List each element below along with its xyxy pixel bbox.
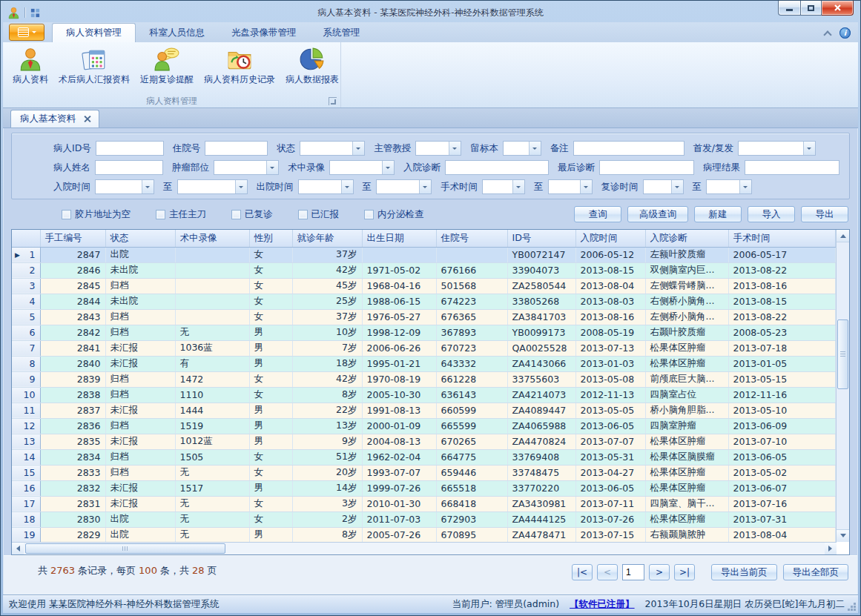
row-selector[interactable]: 9 xyxy=(12,371,40,387)
horizontal-scroll-track[interactable] xyxy=(24,543,825,554)
quick-access-icon[interactable] xyxy=(30,7,41,19)
info-icon[interactable] xyxy=(839,27,851,39)
scroll-right-button[interactable] xyxy=(825,543,837,554)
maximize-button[interactable] xyxy=(801,1,822,16)
inpatient-no-input[interactable] xyxy=(205,141,268,156)
table-row[interactable]: 162832未汇报1517男14岁1999-07-266655183377022… xyxy=(12,480,836,496)
row-selector[interactable]: 14 xyxy=(12,449,40,465)
patient-data-button[interactable]: 病人资料 xyxy=(7,44,53,88)
vertical-scroll-track[interactable] xyxy=(837,242,849,529)
row-selector[interactable]: 12 xyxy=(12,418,40,434)
scroll-down-button[interactable] xyxy=(837,529,849,542)
table-row[interactable]: 142834归档1505女51岁1962-02-0466477533769408… xyxy=(12,449,836,465)
ribbon-tab-staff-info[interactable]: 科室人员信息 xyxy=(136,24,218,42)
table-row[interactable]: 62842归档无男10岁1998-12-09367893YB0099173200… xyxy=(12,325,836,340)
horizontal-scrollbar[interactable] xyxy=(12,542,837,554)
new-button[interactable]: 新建 xyxy=(694,206,742,222)
row-selector[interactable]: 10 xyxy=(12,387,40,403)
export-current-page-button[interactable]: 导出当前页 xyxy=(711,564,777,580)
patient-name-input[interactable] xyxy=(95,160,163,175)
first-page-button[interactable]: |< xyxy=(572,564,593,580)
advanced-search-button[interactable]: 高级查询 xyxy=(627,206,688,222)
table-row[interactable]: 132835未汇报1012蓝男9岁2004-08-13670265ZA44708… xyxy=(12,434,836,449)
page-number-input[interactable] xyxy=(622,564,644,580)
column-header-status[interactable]: 状态 xyxy=(105,230,175,247)
column-header-id-no[interactable]: ID号 xyxy=(507,230,575,247)
column-header-admission-date[interactable]: 入院时间 xyxy=(575,230,645,247)
row-selector[interactable]: 7 xyxy=(12,340,40,356)
tumor-site-select[interactable] xyxy=(214,160,279,175)
table-row[interactable]: 22846未出院女42岁1971-05-02676166339040732013… xyxy=(12,262,836,278)
search-button[interactable]: 查询 xyxy=(574,206,621,222)
software-registered-link[interactable]: 【软件已注册】 xyxy=(570,598,635,611)
horizontal-scroll-thumb[interactable] xyxy=(25,543,225,554)
remark-input[interactable] xyxy=(573,141,684,156)
pathology-result-input[interactable] xyxy=(745,160,839,175)
column-header-surgery-date[interactable]: 手术时间 xyxy=(728,230,836,247)
row-selector[interactable]: ▶1 xyxy=(12,247,40,262)
column-header-intraop-video[interactable]: 术中录像 xyxy=(175,230,249,247)
admission-time-from-select[interactable] xyxy=(95,179,154,194)
row-selector[interactable]: 18 xyxy=(12,511,40,527)
table-row[interactable]: 102838归档1110女8岁2005-10-30636143ZA4214073… xyxy=(12,387,836,403)
admission-time-to-select[interactable] xyxy=(177,179,248,194)
professor-select[interactable] xyxy=(415,141,461,156)
column-header-age[interactable]: 就诊年龄 xyxy=(292,230,362,247)
export-button[interactable]: 导出 xyxy=(801,206,848,222)
row-selector[interactable]: 4 xyxy=(12,294,40,309)
next-page-button[interactable]: > xyxy=(649,564,670,580)
row-selector[interactable]: 11 xyxy=(12,403,40,418)
tab-patient-basic-info[interactable]: 病人基本资料 xyxy=(10,110,99,127)
title-bar[interactable]: 病人基本资料 - 某某医院神经外科-神经外科数据管理系统 xyxy=(3,3,858,22)
patient-id-input[interactable] xyxy=(96,141,164,156)
scroll-up-button[interactable] xyxy=(837,230,849,242)
row-selector[interactable]: 19 xyxy=(12,527,40,542)
table-row[interactable]: 32845归档女45岁1968-04-16501568ZA25805442013… xyxy=(12,278,836,294)
export-all-pages-button[interactable]: 导出全部页 xyxy=(783,564,849,580)
column-header-birth-date[interactable]: 出生日期 xyxy=(362,230,436,247)
row-selector[interactable]: 6 xyxy=(12,325,40,340)
film-address-empty-checkbox[interactable]: 胶片地址为空 xyxy=(62,208,131,221)
table-row[interactable]: 152833归档无女20岁1993-07-0765944633748475201… xyxy=(12,465,836,480)
vertical-scrollbar[interactable] xyxy=(836,230,849,542)
table-row[interactable]: 42844未出院女25岁1988-06-15674223338052682013… xyxy=(12,294,836,309)
table-row[interactable]: 82840未汇报有男18岁1995-01-21643332ZA414306620… xyxy=(12,356,836,371)
table-row[interactable]: 52843归档女37岁1976-05-27676365ZA38417032013… xyxy=(12,309,836,325)
vertical-scroll-thumb[interactable] xyxy=(837,319,848,389)
surgery-time-from-select[interactable] xyxy=(482,179,525,194)
scroll-left-button[interactable] xyxy=(12,543,24,554)
column-header-gender[interactable]: 性别 xyxy=(249,230,292,247)
app-menu-button[interactable] xyxy=(9,24,44,41)
revisit-time-to-select[interactable] xyxy=(706,179,752,194)
reported-checkbox[interactable]: 已汇报 xyxy=(298,208,340,221)
row-selector[interactable]: 2 xyxy=(12,262,40,278)
minimize-button[interactable] xyxy=(778,1,801,16)
row-selector[interactable]: 15 xyxy=(12,465,40,480)
table-row[interactable]: 112837未汇报1444男22岁1991-08-13660599ZA40894… xyxy=(12,403,836,418)
row-selector[interactable]: 3 xyxy=(12,278,40,294)
intraop-video-select[interactable] xyxy=(329,160,395,175)
ribbon-tab-patient-data[interactable]: 病人资料管理 xyxy=(52,23,136,42)
specimen-select[interactable] xyxy=(503,141,541,156)
row-selector[interactable]: 17 xyxy=(12,496,40,511)
last-page-button[interactable]: >| xyxy=(674,564,695,580)
table-row[interactable]: ▶12847出院女37岁YB00721472006-05-12左额叶胶质瘤200… xyxy=(12,247,836,262)
discharge-time-from-select[interactable] xyxy=(298,179,354,194)
discharge-time-to-select[interactable] xyxy=(376,179,432,194)
close-button[interactable] xyxy=(822,1,854,16)
table-row[interactable]: 72841未汇报1036蓝男7岁2006-06-26670723QA002552… xyxy=(12,340,836,356)
resize-grip[interactable] xyxy=(854,609,856,611)
column-header-manual-no[interactable]: 手工编号 xyxy=(40,230,105,247)
row-selector[interactable]: 8 xyxy=(12,356,40,371)
import-button[interactable]: 导入 xyxy=(748,206,795,222)
chief-surgeon-checkbox[interactable]: 主任主刀 xyxy=(156,208,206,221)
table-row[interactable]: 172831未汇报无女3岁2010-01-30668418ZA343098120… xyxy=(12,496,836,511)
admission-diagnosis-input[interactable] xyxy=(445,160,549,175)
first-recurrence-select[interactable] xyxy=(738,141,816,156)
column-header-admission-diagnosis[interactable]: 入院诊断 xyxy=(645,230,728,247)
revisit-reminder-button[interactable]: 近期复诊提醒 xyxy=(135,44,199,88)
table-row[interactable]: 92839归档1472女42岁1970-08-19661228337556032… xyxy=(12,371,836,387)
table-row[interactable]: 192829出院无男8岁2005-07-26670895ZA4478471201… xyxy=(12,527,836,542)
collapse-ribbon-button[interactable] xyxy=(824,30,831,36)
endocrine-exam-checkbox[interactable]: 内分泌检查 xyxy=(364,208,424,221)
